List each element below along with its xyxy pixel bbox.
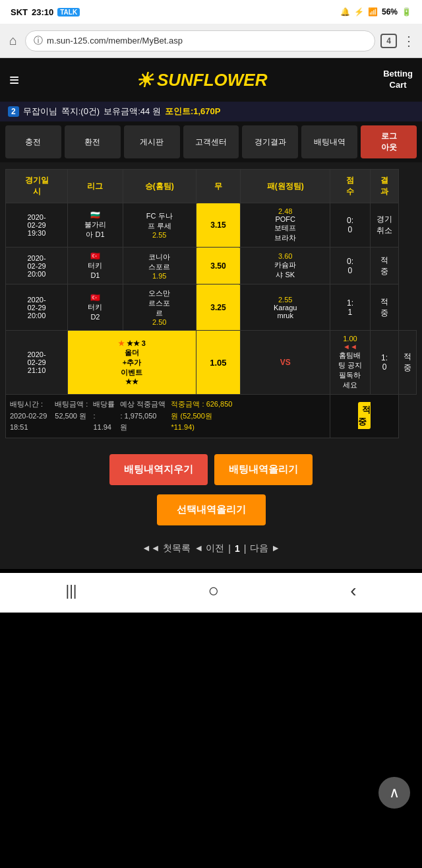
bottom-menu-button[interactable]: ||| bbox=[65, 582, 76, 599]
pagination-pipe: | bbox=[228, 543, 231, 554]
away-team: 2.48POFC보테프브라차 bbox=[241, 203, 330, 248]
nav-results-button[interactable]: 경기결과 bbox=[242, 125, 298, 158]
match-league: 🇹🇷 터키D1 bbox=[68, 248, 123, 284]
bet-summary-details: 배팅시간 :2020-02-2918:51 배팅금액 :52,500 원 배당률… bbox=[6, 395, 330, 438]
bottom-home-button[interactable]: ○ bbox=[208, 580, 219, 601]
wifi-icon: 📶 bbox=[368, 7, 378, 17]
browser-bar: ⌂ ⓘ m.sun-125.com/member/MyBet.asp 4 ⋮ bbox=[0, 24, 422, 58]
match-date: 2020-02-2919:30 bbox=[6, 203, 68, 248]
draw-odds: 3.50 bbox=[196, 248, 241, 284]
username-label: 무잡이님 bbox=[23, 106, 57, 117]
col-result: 결과 bbox=[370, 170, 399, 203]
home-odds-bonus: 1.05 bbox=[196, 331, 241, 395]
bonus-result: 적중 bbox=[399, 331, 417, 395]
away-bonus: 1.00◄◄홈팀배팅 공지필독하세요 bbox=[330, 331, 370, 395]
first-page-link[interactable]: ◄◄ 첫목록 bbox=[142, 543, 191, 554]
balance-label: 보유금액:44 원 bbox=[104, 106, 161, 117]
nav-bar: 충전 환전 게시판 고객센터 경기결과 배팅내역 로그아웃 bbox=[0, 121, 422, 162]
match-score: 1:1 bbox=[330, 284, 370, 331]
match-score: 0:0 bbox=[330, 203, 370, 248]
nav-charge-button[interactable]: 충전 bbox=[5, 125, 61, 158]
points-label: 포인트:1,670P bbox=[165, 106, 221, 117]
nav-exchange-button[interactable]: 환전 bbox=[65, 125, 121, 158]
current-page-indicator: 1 bbox=[235, 543, 240, 554]
match-date: 2020-02-2920:00 bbox=[6, 248, 68, 284]
pagination: ◄◄ 첫목록 ◄ 이전 | 1 | 다음 ► bbox=[5, 535, 417, 562]
main-content: 경기일시 리그 승(홈팀) 무 패(원정팀) 점수 결과 2020-02-291… bbox=[0, 162, 422, 569]
table-row: 2020-02-2920:00 🇹🇷 터키D1 코니아스포르1.95 3.50 … bbox=[6, 248, 417, 284]
carrier-label: SKT bbox=[11, 7, 28, 17]
status-bar: SKT 23:10 TALK 🔔 ⚡ 📶 56% 🔋 bbox=[0, 0, 422, 24]
single-button-row: 선택내역올리기 bbox=[5, 494, 417, 535]
away-team: 3.60카슘파샤 SK bbox=[241, 248, 330, 284]
summary-result-badge: 적중 bbox=[330, 395, 399, 438]
info-icon: ⓘ bbox=[34, 35, 43, 47]
home-team: 코니아스포르1.95 bbox=[123, 248, 196, 284]
messages-label: 쪽지:(0건) bbox=[61, 106, 100, 117]
pagination-pipe2: | bbox=[244, 543, 247, 554]
user-info-bar: 2 무잡이님 쪽지:(0건) 보유금액:44 원 포인트:1,670P bbox=[0, 102, 422, 121]
match-league: 🇹🇷 터키D2 bbox=[68, 284, 123, 331]
sun-icon: ☀ bbox=[135, 69, 153, 92]
bonus-separator: VS bbox=[241, 331, 330, 395]
match-date: 2020-02-2921:10 bbox=[6, 331, 68, 395]
upload-history-button[interactable]: 배팅내역올리기 bbox=[214, 454, 313, 485]
draw-odds: 3.25 bbox=[196, 284, 241, 331]
home-button[interactable]: ⌂ bbox=[7, 30, 20, 51]
nav-bets-button[interactable]: 배팅내역 bbox=[301, 125, 357, 158]
match-date: 2020-02-2920:00 bbox=[6, 284, 68, 331]
time-label: 23:10 bbox=[32, 7, 53, 17]
col-draw: 무 bbox=[196, 170, 241, 203]
away-team: 2.55Karagumruk bbox=[241, 284, 330, 331]
col-date: 경기일시 bbox=[6, 170, 68, 203]
col-home: 승(홈팀) bbox=[123, 170, 196, 203]
table-row: 2020-02-2919:30 🇧🇬 불가리아 D1 FC 두나프 루세2.55… bbox=[6, 203, 417, 248]
nav-board-button[interactable]: 게시판 bbox=[124, 125, 180, 158]
col-league: 리그 bbox=[68, 170, 123, 203]
match-result: 경기취소 bbox=[370, 203, 399, 248]
hamburger-menu-button[interactable]: ≡ bbox=[9, 70, 19, 90]
flag-icon: 🇧🇬 bbox=[90, 211, 100, 220]
next-page-link[interactable]: 다음 ► bbox=[250, 543, 280, 554]
col-score: 점수 bbox=[330, 170, 370, 203]
match-result: 적중 bbox=[370, 284, 399, 331]
tab-count-button[interactable]: 4 bbox=[380, 34, 397, 48]
match-score: 0:0 bbox=[330, 248, 370, 284]
betting-cart-button[interactable]: BettingCart bbox=[383, 69, 413, 91]
logo-text: SUNFLOWER bbox=[157, 70, 268, 90]
site-header: ≡ ☀ SUNFLOWER BettingCart bbox=[0, 58, 422, 102]
nav-support-button[interactable]: 고객센터 bbox=[183, 125, 239, 158]
draw-odds: 3.15 bbox=[196, 203, 241, 248]
table-row: 2020-02-2921:10 ★ ★★ 3올더+추가이벤트★★ 1.05 VS… bbox=[6, 331, 417, 395]
alarm-icon: 🔔 bbox=[340, 7, 350, 17]
bottom-nav: ||| ○ ‹ bbox=[0, 573, 422, 613]
browser-menu-button[interactable]: ⋮ bbox=[402, 33, 415, 49]
action-buttons-row: 배팅내역지우기 배팅내역올리기 bbox=[5, 445, 417, 494]
upload-selected-button[interactable]: 선택내역올리기 bbox=[157, 494, 266, 525]
bottom-back-button[interactable]: ‹ bbox=[350, 580, 356, 601]
flag-icon: 🇹🇷 bbox=[90, 251, 100, 261]
match-result: 적중 bbox=[370, 248, 399, 284]
bluetooth-icon: ⚡ bbox=[354, 7, 364, 17]
user-level-badge: 2 bbox=[8, 106, 19, 117]
bet-table: 경기일시 리그 승(홈팀) 무 패(원정팀) 점수 결과 2020-02-291… bbox=[5, 169, 417, 438]
home-team: 오스만르스포르2.50 bbox=[123, 284, 196, 331]
talk-badge: TALK bbox=[57, 8, 80, 17]
site-logo: ☀ SUNFLOWER bbox=[135, 69, 268, 92]
battery-label: 56% bbox=[382, 7, 398, 17]
battery-icon: 🔋 bbox=[402, 7, 411, 17]
url-bar[interactable]: ⓘ m.sun-125.com/member/MyBet.asp bbox=[25, 30, 375, 51]
bonus-score: 1:0 bbox=[370, 331, 399, 395]
bonus-league: ★ ★★ 3올더+추가이벤트★★ bbox=[68, 331, 196, 395]
prev-page-link[interactable]: ◄ 이전 bbox=[195, 543, 225, 554]
bet-summary-row: 배팅시간 :2020-02-2918:51 배팅금액 :52,500 원 배당률… bbox=[6, 395, 417, 438]
flag-icon: 🇹🇷 bbox=[90, 293, 100, 302]
nav-logout-button[interactable]: 로그아웃 bbox=[361, 125, 417, 158]
url-text: m.sun-125.com/member/MyBet.asp bbox=[47, 36, 183, 46]
col-away: 패(원정팀) bbox=[241, 170, 330, 203]
table-row: 2020-02-2920:00 🇹🇷 터키D2 오스만르스포르2.50 3.25… bbox=[6, 284, 417, 331]
delete-history-button[interactable]: 배팅내역지우기 bbox=[109, 454, 208, 485]
home-team: FC 두나프 루세2.55 bbox=[123, 203, 196, 248]
match-league: 🇧🇬 불가리아 D1 bbox=[68, 203, 123, 248]
